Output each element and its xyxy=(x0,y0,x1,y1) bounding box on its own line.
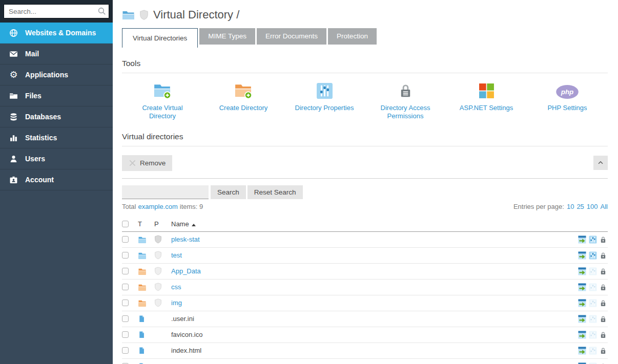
shield-icon xyxy=(154,267,162,275)
shield-icon xyxy=(154,283,162,291)
row-checkbox[interactable] xyxy=(122,252,129,259)
column-name[interactable]: Name xyxy=(171,220,608,228)
tool-asp-net-settings[interactable]: ASP.NET Settings xyxy=(446,81,527,121)
table-row: App_Data xyxy=(122,264,608,280)
folder-icon xyxy=(9,91,18,100)
row-checkbox[interactable] xyxy=(122,299,129,306)
select-all-checkbox[interactable] xyxy=(122,221,129,227)
tab-virtual-directories[interactable]: Virtual Directories xyxy=(122,28,198,48)
tools-row: Create Virtual DirectoryCreate Directory… xyxy=(122,81,608,121)
row-checkbox[interactable] xyxy=(122,236,129,243)
page-title-text: Virtual Directory / xyxy=(153,8,239,22)
directories-table: T P Name plesk-stattestApp_Datacssimg.us… xyxy=(122,217,608,364)
row-name[interactable]: css xyxy=(171,283,181,291)
row-name[interactable]: img xyxy=(171,299,182,307)
search-icon xyxy=(97,7,106,15)
tool-php-settings[interactable]: phpPHP Settings xyxy=(527,81,608,121)
open-icon[interactable] xyxy=(578,347,586,355)
open-icon[interactable] xyxy=(578,267,586,275)
globe-icon xyxy=(9,28,18,37)
row-name[interactable]: test xyxy=(171,251,182,259)
table-row: img xyxy=(122,295,608,311)
search-input[interactable] xyxy=(4,4,109,18)
tab-mime-types[interactable]: MIME Types xyxy=(199,28,255,45)
tool-directory-properties[interactable]: Directory Properties xyxy=(284,81,365,121)
tool-label: Create Directory xyxy=(219,104,268,112)
sidebar: Websites & DomainsMail⚙ApplicationsFiles… xyxy=(0,0,113,364)
collapse-button[interactable] xyxy=(593,156,608,170)
row-name[interactable]: App_Data xyxy=(171,267,201,275)
sidebar-item-websites-domains[interactable]: Websites & Domains xyxy=(0,23,113,44)
open-icon[interactable] xyxy=(578,251,586,260)
search-button[interactable]: Search xyxy=(211,185,246,199)
file-icon xyxy=(138,315,146,323)
sidebar-item-files[interactable]: Files xyxy=(0,85,113,106)
open-icon[interactable] xyxy=(578,299,586,307)
tool-create-directory[interactable]: Create Directory xyxy=(203,81,284,121)
permissions-icon[interactable] xyxy=(600,315,608,323)
table-row: plesk-stat xyxy=(122,232,608,248)
sidebar-item-users[interactable]: Users xyxy=(0,148,113,169)
reset-search-button[interactable]: Reset Search xyxy=(248,185,303,199)
open-icon[interactable] xyxy=(578,283,586,291)
open-icon[interactable] xyxy=(578,331,586,339)
tab-bar: Virtual DirectoriesMIME TypesError Docum… xyxy=(122,28,608,48)
permissions-icon[interactable] xyxy=(600,331,608,339)
permissions-icon[interactable] xyxy=(600,299,608,307)
entries-option-all[interactable]: All xyxy=(601,203,608,210)
folder-orange-icon xyxy=(138,283,147,291)
row-checkbox[interactable] xyxy=(122,331,129,338)
domain-link[interactable]: example.com xyxy=(138,203,177,210)
permissions-icon[interactable] xyxy=(600,235,608,244)
tool-label: ASP.NET Settings xyxy=(460,104,513,112)
bar-chart-icon xyxy=(9,133,18,142)
row-checkbox[interactable] xyxy=(122,315,129,322)
properties-icon[interactable] xyxy=(589,235,597,244)
tool-create-virtual-directory[interactable]: Create Virtual Directory xyxy=(122,81,203,121)
entries-option-25[interactable]: 25 xyxy=(576,203,584,210)
row-name: .user.ini xyxy=(171,315,194,323)
open-icon[interactable] xyxy=(578,235,586,244)
file-icon xyxy=(138,347,146,355)
folder-icon xyxy=(122,9,135,20)
tab-error-documents[interactable]: Error Documents xyxy=(257,28,326,45)
table-row: web.config xyxy=(122,359,608,364)
total-suffix: items: 9 xyxy=(180,203,203,210)
tool-label: Directory Access Permissions xyxy=(372,104,439,121)
remove-button[interactable]: Remove xyxy=(122,155,172,171)
row-checkbox[interactable] xyxy=(122,284,129,290)
entries-option-10[interactable]: 10 xyxy=(567,203,574,210)
properties-icon xyxy=(589,315,597,323)
sidebar-item-label: Users xyxy=(25,155,45,163)
folder-blue-icon xyxy=(138,251,147,260)
php-badge-icon: php xyxy=(555,81,579,99)
tab-protection[interactable]: Protection xyxy=(328,28,377,45)
row-checkbox[interactable] xyxy=(122,347,129,354)
sidebar-item-label: Account xyxy=(25,176,54,184)
open-icon[interactable] xyxy=(578,362,586,364)
entries-per-page-label: Entries per page: xyxy=(513,203,564,210)
permissions-icon[interactable] xyxy=(600,283,608,291)
row-name[interactable]: plesk-stat xyxy=(171,235,200,243)
row-checkbox[interactable] xyxy=(122,268,129,274)
sidebar-item-account[interactable]: Account xyxy=(0,169,113,190)
permissions-icon[interactable] xyxy=(600,267,608,275)
properties-icon xyxy=(589,283,597,291)
folder-orange-icon xyxy=(138,267,147,275)
permissions-icon[interactable] xyxy=(600,251,608,260)
table-row: index.html xyxy=(122,343,608,359)
virtual-directories-heading: Virtual directories xyxy=(122,132,608,146)
permissions-icon[interactable] xyxy=(600,362,608,364)
sidebar-item-mail[interactable]: Mail xyxy=(0,44,113,65)
open-icon[interactable] xyxy=(578,315,586,323)
permissions-icon[interactable] xyxy=(600,347,608,355)
sidebar-item-statistics[interactable]: Statistics xyxy=(0,127,113,148)
sidebar-item-applications[interactable]: ⚙Applications xyxy=(0,65,113,85)
sidebar-item-databases[interactable]: Databases xyxy=(0,106,113,127)
gear-icon: ⚙ xyxy=(9,70,18,79)
properties-icon[interactable] xyxy=(589,251,597,260)
filter-input[interactable] xyxy=(122,185,209,199)
entries-option-100[interactable]: 100 xyxy=(587,203,598,210)
tool-directory-access-permissions[interactable]: Directory Access Permissions xyxy=(365,81,446,121)
file-icon xyxy=(138,362,146,364)
